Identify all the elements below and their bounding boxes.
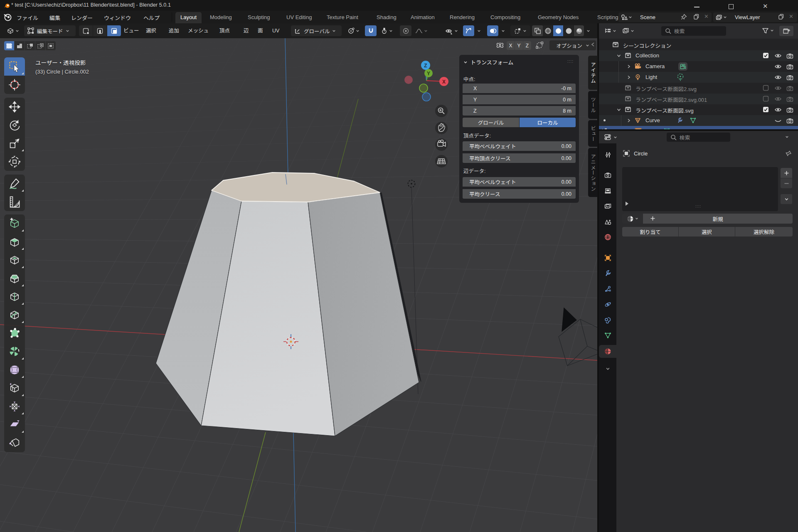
svg-text:Y: Y (427, 71, 430, 76)
svg-text:X: X (442, 79, 446, 85)
svg-text:Z: Z (424, 63, 427, 69)
